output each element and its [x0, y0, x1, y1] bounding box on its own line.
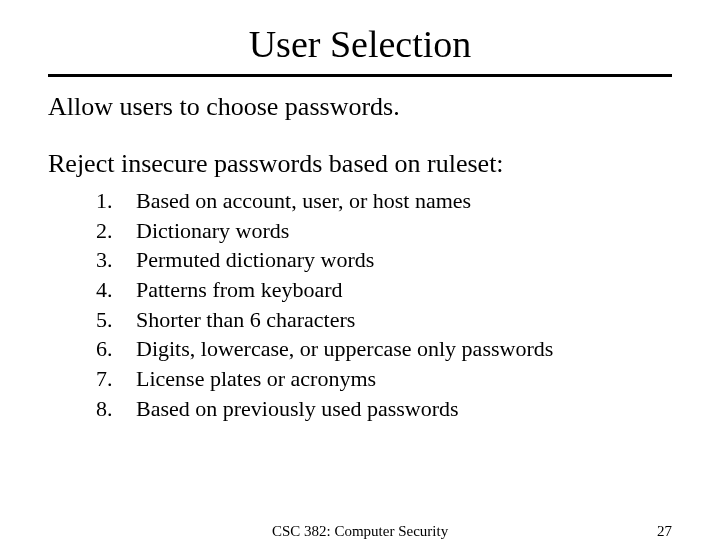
title-underline — [48, 74, 672, 77]
list-text: Dictionary words — [136, 216, 289, 246]
list-item: 2. Dictionary words — [96, 216, 672, 246]
list-number: 6. — [96, 334, 136, 364]
list-number: 1. — [96, 186, 136, 216]
list-text: Permuted dictionary words — [136, 245, 374, 275]
list-number: 5. — [96, 305, 136, 335]
list-item: 5. Shorter than 6 characters — [96, 305, 672, 335]
list-number: 4. — [96, 275, 136, 305]
list-text: Digits, lowercase, or uppercase only pas… — [136, 334, 553, 364]
rules-list: 1. Based on account, user, or host names… — [96, 186, 672, 424]
list-text: Patterns from keyboard — [136, 275, 343, 305]
footer-course: CSC 382: Computer Security — [0, 523, 720, 540]
list-text: Based on previously used passwords — [136, 394, 459, 424]
list-item: 7. License plates or acronyms — [96, 364, 672, 394]
intro-paragraph-1: Allow users to choose passwords. — [48, 91, 672, 124]
list-item: 8. Based on previously used passwords — [96, 394, 672, 424]
list-item: 3. Permuted dictionary words — [96, 245, 672, 275]
list-item: 4. Patterns from keyboard — [96, 275, 672, 305]
slide-footer: CSC 382: Computer Security 27 — [0, 523, 720, 540]
footer-page-number: 27 — [657, 523, 672, 540]
slide-body: Allow users to choose passwords. Reject … — [48, 91, 672, 424]
list-number: 3. — [96, 245, 136, 275]
list-number: 8. — [96, 394, 136, 424]
intro-paragraph-2: Reject insecure passwords based on rules… — [48, 148, 672, 181]
list-text: License plates or acronyms — [136, 364, 376, 394]
list-number: 2. — [96, 216, 136, 246]
list-item: 1. Based on account, user, or host names — [96, 186, 672, 216]
slide-title: User Selection — [0, 22, 720, 66]
list-item: 6. Digits, lowercase, or uppercase only … — [96, 334, 672, 364]
slide: User Selection Allow users to choose pas… — [0, 22, 720, 540]
list-text: Shorter than 6 characters — [136, 305, 355, 335]
list-number: 7. — [96, 364, 136, 394]
list-text: Based on account, user, or host names — [136, 186, 471, 216]
